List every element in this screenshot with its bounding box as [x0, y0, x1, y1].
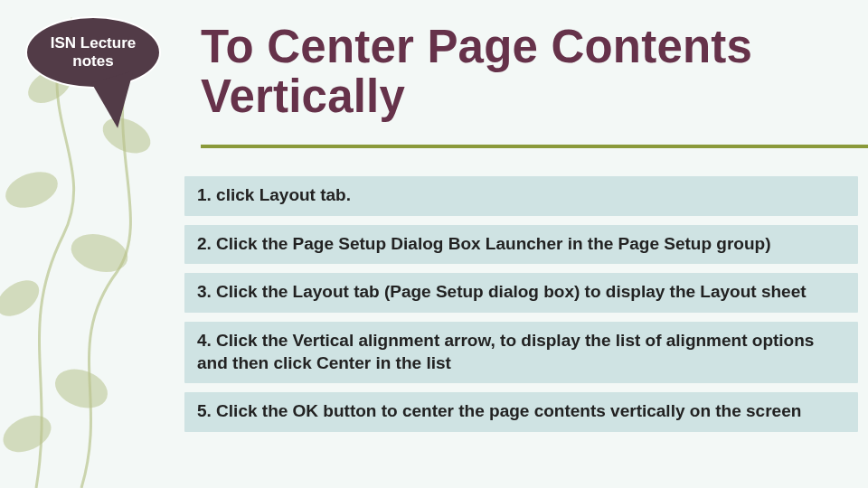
step-item: 5. Click the OK button to center the pag… [184, 392, 858, 432]
step-item: 2. Click the Page Setup Dialog Box Launc… [184, 225, 858, 265]
svg-point-3 [67, 228, 132, 277]
svg-point-0 [0, 408, 57, 459]
page-title: To Center Page Contents Vertically [201, 22, 834, 121]
svg-point-1 [50, 362, 113, 415]
step-item: 1. click Layout tab. [184, 176, 858, 216]
step-item: 4. Click the Vertical alignment arrow, t… [184, 322, 858, 383]
steps-list: 1. click Layout tab. 2. Click the Page S… [184, 176, 858, 441]
svg-point-2 [0, 273, 45, 324]
callout-text: ISN Lecture notes [38, 34, 148, 70]
step-item: 3. Click the Layout tab (Page Setup dial… [184, 273, 858, 313]
title-underline [201, 145, 868, 148]
lecture-notes-callout: ISN Lecture notes [25, 16, 161, 89]
svg-point-4 [1, 165, 63, 214]
slide: ISN Lecture notes To Center Page Content… [0, 0, 868, 488]
